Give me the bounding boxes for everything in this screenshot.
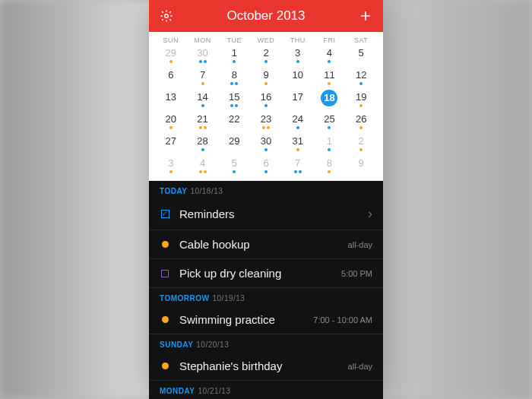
event-dot xyxy=(296,60,299,63)
calendar-day[interactable]: 14 xyxy=(187,90,219,112)
calendar-day[interactable]: 3 xyxy=(155,156,187,178)
calendar-day[interactable]: 9 xyxy=(250,68,282,90)
event-dot xyxy=(230,82,233,85)
calendar-day[interactable]: 11 xyxy=(314,68,346,90)
day-number: 2 xyxy=(359,135,364,147)
day-number: 18 xyxy=(321,90,337,106)
event-row[interactable]: Pick up dry cleaning5:00 PM xyxy=(149,259,383,288)
calendar-day[interactable]: 8 xyxy=(218,68,250,90)
calendar-day[interactable]: 8 xyxy=(314,156,346,178)
calendar-day[interactable]: 6 xyxy=(155,68,187,90)
calendar-day[interactable]: 9 xyxy=(345,156,377,178)
day-number: 16 xyxy=(261,91,271,103)
event-dot xyxy=(199,170,202,173)
event-dot xyxy=(262,126,265,129)
day-number: 14 xyxy=(197,91,207,103)
event-dots xyxy=(296,148,299,152)
event-dot xyxy=(169,170,173,173)
calendar-day[interactable]: 6 xyxy=(250,156,282,178)
event-dot xyxy=(264,170,268,173)
calendar-day[interactable]: 1 xyxy=(314,134,346,156)
event-title: Swimming practice xyxy=(179,313,313,326)
calendar-day[interactable]: 13 xyxy=(155,90,187,112)
calendar-day[interactable]: 27 xyxy=(155,134,187,156)
calendar-day[interactable]: 18 xyxy=(314,90,346,112)
event-dots xyxy=(328,148,331,152)
event-dots xyxy=(264,82,268,86)
day-number: 7 xyxy=(200,69,205,81)
calendar-day[interactable]: 30 xyxy=(187,46,219,68)
calendar-day[interactable]: 28 xyxy=(187,134,219,156)
app-window: October 2013 SUNMONTUEWEDTHUFRISAT 29301… xyxy=(149,0,383,399)
event-dot xyxy=(328,148,331,151)
event-dots xyxy=(294,170,302,174)
event-dots xyxy=(328,126,331,130)
calendar-day[interactable]: 20 xyxy=(155,112,187,134)
event-dot xyxy=(235,104,238,107)
calendar-day[interactable]: 7 xyxy=(187,68,219,90)
event-dot xyxy=(264,82,268,85)
calendar-day[interactable]: 2 xyxy=(345,134,377,156)
calendar-day[interactable]: 25 xyxy=(314,112,346,134)
event-dot xyxy=(199,60,202,63)
event-dot xyxy=(201,148,204,151)
day-number: 31 xyxy=(292,135,302,147)
calendar-day[interactable]: 21 xyxy=(187,112,219,134)
section-header: SUNDAY10/20/13 xyxy=(149,334,383,352)
calendar-day[interactable]: 5 xyxy=(218,156,250,178)
event-title: Pick up dry cleaning xyxy=(179,267,341,280)
day-number: 22 xyxy=(229,113,239,125)
calendar-day[interactable]: 30 xyxy=(250,134,282,156)
event-row[interactable]: ✓Reminders› xyxy=(149,198,383,230)
checkbox-empty-icon xyxy=(160,268,170,279)
event-dots xyxy=(230,82,238,86)
event-dot xyxy=(359,148,363,151)
event-dots xyxy=(201,148,204,152)
calendar-day[interactable]: 7 xyxy=(282,156,314,178)
calendar-day[interactable]: 22 xyxy=(218,112,250,134)
settings-icon[interactable] xyxy=(160,9,173,23)
calendar-day[interactable]: 16 xyxy=(250,90,282,112)
event-row[interactable]: Stephanie's birthdayall-day xyxy=(149,352,383,381)
calendar-day[interactable]: 17 xyxy=(282,90,314,112)
event-dots xyxy=(264,104,268,108)
calendar-day[interactable]: 29 xyxy=(155,46,187,68)
month-title[interactable]: October 2013 xyxy=(173,8,359,24)
event-dots xyxy=(328,82,331,86)
calendar-day[interactable]: 3 xyxy=(282,46,314,68)
calendar-day[interactable]: 19 xyxy=(345,90,377,112)
calendar-day[interactable]: 26 xyxy=(345,112,377,134)
calendar-day[interactable]: 1 xyxy=(218,46,250,68)
event-dot xyxy=(169,126,173,129)
calendar-day[interactable]: 12 xyxy=(345,68,377,90)
event-dots xyxy=(199,60,207,64)
calendar-day[interactable]: 15 xyxy=(218,90,250,112)
calendar-day[interactable]: 2 xyxy=(250,46,282,68)
event-time: all-day xyxy=(348,240,372,249)
event-dot xyxy=(296,148,299,151)
event-dot xyxy=(264,60,268,63)
event-dots xyxy=(169,126,173,130)
day-number: 25 xyxy=(324,113,334,125)
day-number: 20 xyxy=(166,113,176,125)
add-event-icon[interactable] xyxy=(359,9,372,23)
calendar-day[interactable]: 5 xyxy=(345,46,377,68)
calendar-day[interactable]: 24 xyxy=(282,112,314,134)
calendar-day[interactable]: 29 xyxy=(218,134,250,156)
event-dot xyxy=(233,60,236,63)
event-dots xyxy=(359,126,363,130)
calendar-day[interactable]: 10 xyxy=(282,68,314,90)
day-number: 30 xyxy=(261,135,271,147)
weekday-header: SUNMONTUEWEDTHUFRISAT xyxy=(155,33,377,46)
event-dots xyxy=(264,170,268,174)
event-dot xyxy=(264,148,268,151)
event-row[interactable]: Cable hookupall-day xyxy=(149,230,383,259)
calendar-day[interactable]: 23 xyxy=(250,112,282,134)
event-time: 5:00 PM xyxy=(341,269,372,278)
calendar-day[interactable]: 4 xyxy=(187,156,219,178)
calendar-day[interactable]: 4 xyxy=(314,46,346,68)
event-dots xyxy=(328,60,331,64)
event-title: Cable hookup xyxy=(179,238,348,251)
calendar-day[interactable]: 31 xyxy=(282,134,314,156)
event-row[interactable]: Swimming practice7:00 - 10:00 AM xyxy=(149,306,383,334)
